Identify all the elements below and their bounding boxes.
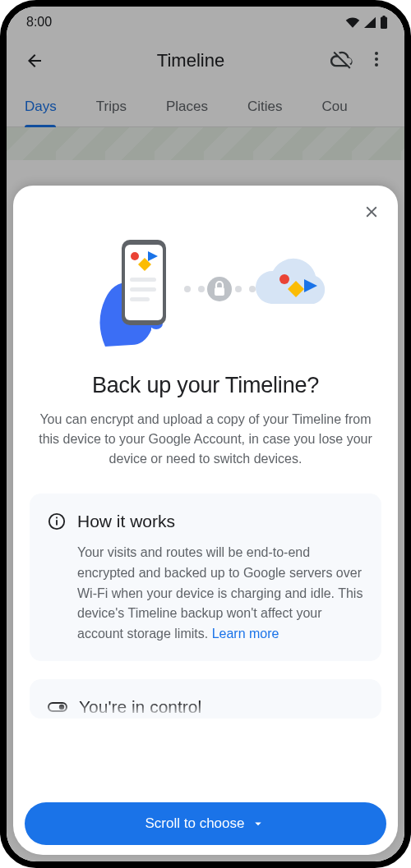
backup-illustration-icon: [82, 232, 329, 347]
svg-rect-12: [130, 278, 156, 282]
how-it-works-title: How it works: [77, 512, 175, 531]
in-control-card: You're in control: [30, 679, 381, 719]
svg-point-16: [198, 286, 205, 292]
sheet-subtitle: You can encrypt and upload a copy of you…: [38, 410, 373, 469]
svg-point-26: [59, 705, 64, 710]
svg-point-18: [249, 286, 256, 292]
in-control-title: You're in control: [79, 697, 201, 717]
backup-bottom-sheet: Back up your Timeline? You can encrypt a…: [13, 186, 398, 855]
toggle-icon: [48, 700, 67, 714]
svg-rect-24: [56, 517, 58, 519]
svg-rect-23: [56, 520, 58, 525]
how-it-works-card: How it works Your visits and routes will…: [30, 494, 381, 661]
hero-illustration: [13, 225, 398, 356]
cta-label: Scroll to choose: [145, 815, 245, 832]
learn-more-link[interactable]: Learn more: [212, 627, 279, 641]
close-button[interactable]: [360, 200, 383, 223]
info-icon: [48, 512, 66, 530]
cta-bar: Scroll to choose: [25, 802, 386, 845]
svg-rect-14: [130, 297, 150, 301]
svg-rect-20: [215, 287, 224, 296]
chevron-down-icon: [251, 816, 266, 831]
svg-point-21: [279, 274, 289, 284]
scroll-to-choose-button[interactable]: Scroll to choose: [25, 802, 386, 845]
sheet-title: Back up your Timeline?: [33, 373, 378, 398]
close-icon: [363, 203, 381, 221]
svg-rect-25: [48, 703, 67, 711]
svg-rect-13: [130, 287, 156, 292]
svg-point-11: [131, 252, 139, 260]
how-it-works-body: Your visits and routes will be end-to-en…: [77, 543, 363, 645]
svg-point-15: [184, 286, 191, 292]
svg-point-17: [235, 286, 242, 292]
